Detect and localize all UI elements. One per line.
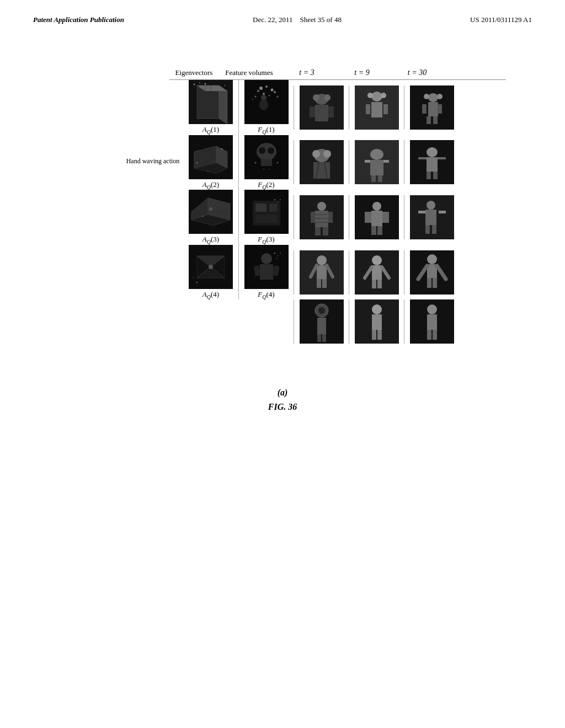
feature-1: FQ(1) <box>238 80 294 135</box>
svg-point-20 <box>276 96 278 98</box>
svg-point-15 <box>270 89 273 92</box>
t30-img-1 <box>410 85 454 130</box>
svg-point-21 <box>252 99 253 100</box>
svg-rect-122 <box>439 211 446 213</box>
t3-header: t = 3 <box>279 68 334 77</box>
svg-point-8 <box>199 82 200 83</box>
feature-2: FQ(2) <box>238 135 294 190</box>
svg-rect-116 <box>371 226 376 235</box>
t30-img-3 <box>410 195 454 239</box>
t9-row1 <box>349 85 404 130</box>
svg-rect-75 <box>365 160 370 163</box>
svg-rect-162 <box>427 278 431 288</box>
grid-container: Hand waving action <box>122 80 459 344</box>
svg-point-42 <box>437 94 443 99</box>
svg-point-80 <box>427 147 438 157</box>
t3-img-4 <box>300 250 344 295</box>
svg-point-58 <box>259 147 265 154</box>
column-headers: Eigenvectors Feature volumes t = 3 t = 9… <box>169 68 505 77</box>
svg-point-98 <box>274 199 275 201</box>
svg-point-55 <box>207 170 209 172</box>
svg-marker-2 <box>219 85 227 124</box>
svg-point-166 <box>318 307 325 314</box>
svg-point-133 <box>193 277 194 279</box>
eigen-img-1 <box>189 80 233 124</box>
eigen-label-3: AQ(3) <box>202 235 219 245</box>
feature-label-3: FQ(3) <box>258 235 274 245</box>
svg-rect-107 <box>323 227 328 235</box>
svg-point-61 <box>254 162 256 163</box>
svg-rect-37 <box>383 104 388 114</box>
t9-img-4 <box>355 250 399 295</box>
svg-point-17 <box>254 96 256 98</box>
t30-row5 <box>404 299 459 344</box>
t9-row2 <box>349 140 404 184</box>
svg-point-91 <box>201 215 204 217</box>
svg-point-53 <box>196 162 198 163</box>
eigenvector-3: AQ(3) <box>183 190 238 245</box>
svg-rect-136 <box>260 264 273 280</box>
svg-rect-45 <box>427 116 431 124</box>
svg-point-32 <box>371 92 382 101</box>
svg-point-151 <box>372 255 382 265</box>
svg-rect-46 <box>433 116 438 124</box>
svg-rect-179 <box>433 330 437 340</box>
t30-row3 <box>404 195 459 239</box>
svg-point-12 <box>259 87 263 90</box>
feature-volumes-header: Feature volumes <box>225 68 273 77</box>
svg-point-28 <box>324 94 331 101</box>
svg-rect-97 <box>255 215 278 223</box>
svg-rect-96 <box>269 204 278 212</box>
svg-rect-44 <box>438 104 442 114</box>
svg-rect-173 <box>372 330 376 340</box>
svg-point-19 <box>274 91 276 93</box>
feature-label-2: FQ(2) <box>258 180 274 190</box>
row-3: AQ(3) <box>183 190 459 245</box>
t9-row5 <box>349 299 404 344</box>
svg-point-59 <box>268 147 274 154</box>
t3-img-3 <box>300 195 344 239</box>
t30-img-4 <box>410 250 454 295</box>
feature-img-4 <box>244 245 289 289</box>
svg-point-10 <box>224 85 225 86</box>
row-5-extra <box>183 299 459 344</box>
row-4: AQ(4) <box>183 245 459 300</box>
svg-rect-95 <box>255 204 266 212</box>
svg-rect-115 <box>382 212 389 223</box>
t30-row2 <box>404 140 459 184</box>
svg-point-131 <box>209 265 213 269</box>
svg-rect-105 <box>328 212 333 223</box>
t30-header: t = 30 <box>390 68 445 77</box>
figure-area: Eigenvectors Feature volumes t = 3 t = 9… <box>0 68 565 412</box>
svg-point-99 <box>277 201 278 202</box>
rows-area: AQ(1) <box>183 80 459 344</box>
svg-rect-81 <box>427 157 438 172</box>
svg-rect-43 <box>422 104 427 114</box>
caption-a: (a) <box>268 388 297 398</box>
eigen-label-1: AQ(1) <box>202 125 219 135</box>
svg-rect-123 <box>425 225 430 234</box>
svg-point-54 <box>221 148 223 149</box>
eigenvectors-header: Eigenvectors <box>175 68 212 77</box>
caption-area: (a) FIG. 36 <box>268 388 297 412</box>
svg-rect-74 <box>370 160 383 175</box>
svg-rect-82 <box>418 157 427 159</box>
svg-rect-172 <box>372 314 382 330</box>
eigen-img-3 <box>189 190 233 234</box>
eigenvector-4: AQ(4) <box>183 245 238 300</box>
svg-rect-26 <box>315 105 328 121</box>
svg-rect-85 <box>433 172 438 179</box>
svg-rect-30 <box>328 106 334 117</box>
svg-rect-155 <box>372 280 376 288</box>
svg-rect-113 <box>371 211 382 226</box>
svg-point-7 <box>194 84 195 85</box>
svg-rect-124 <box>432 225 436 234</box>
left-action-label: Hand waving action <box>122 80 183 165</box>
t30-row4 <box>404 250 459 295</box>
svg-rect-177 <box>427 314 437 330</box>
svg-rect-168 <box>317 334 321 342</box>
t9-img-2 <box>355 140 399 184</box>
t3-row1 <box>294 85 349 130</box>
svg-rect-148 <box>317 279 321 288</box>
eigen-img-4 <box>189 245 233 289</box>
